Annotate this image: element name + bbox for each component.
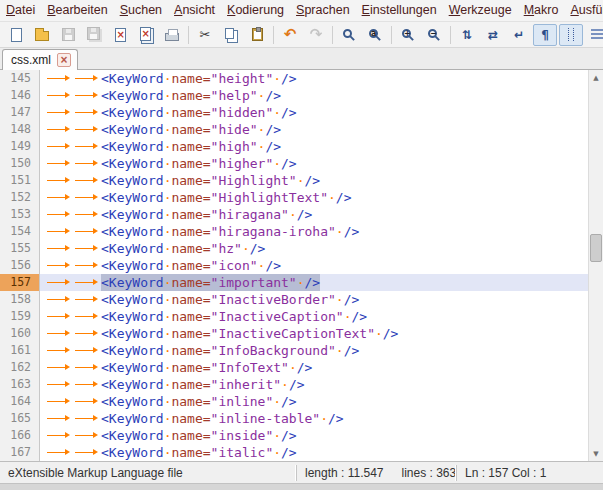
code-line-body: <KeyWord·name="hide"·/> xyxy=(40,121,588,138)
code-line-body: <KeyWord·name="high"·/> xyxy=(40,138,588,155)
save-all-button xyxy=(82,24,106,46)
open-file-button[interactable] xyxy=(30,24,54,46)
code-line-body: <KeyWord·name="italic"·/> xyxy=(40,444,588,461)
function-list-button[interactable] xyxy=(585,24,603,46)
line-number: 166 xyxy=(0,427,40,444)
replace-button[interactable]: a xyxy=(363,24,387,46)
tab-whitespace-icon xyxy=(45,121,73,138)
code-line-167[interactable]: 167<KeyWord·name="italic"·/> xyxy=(0,444,588,461)
code-line-155[interactable]: 155<KeyWord·name="hz"·/> xyxy=(0,240,588,257)
line-number: 151 xyxy=(0,172,40,189)
menu-ausführen[interactable]: Ausführen xyxy=(564,0,603,21)
code-line-166[interactable]: 166<KeyWord·name="inside"·/> xyxy=(0,427,588,444)
toolbar-separator xyxy=(450,26,451,44)
code-text: <KeyWord·name="InfoText"·/> xyxy=(101,359,312,376)
tab-close-icon[interactable]: × xyxy=(57,53,71,67)
code-line-body: <KeyWord·name="inline"·/> xyxy=(40,393,588,410)
toolbar-separator xyxy=(391,26,392,44)
editor[interactable]: 145<KeyWord·name="height"·/>146<KeyWord·… xyxy=(0,70,603,461)
tab-whitespace-icon xyxy=(45,189,73,206)
close-all-button[interactable] xyxy=(134,24,158,46)
find-button[interactable] xyxy=(337,24,361,46)
new-file-button[interactable] xyxy=(4,24,28,46)
line-number: 164 xyxy=(0,393,40,410)
code-line-156[interactable]: 156<KeyWord·name="icon"·/> xyxy=(0,257,588,274)
menu-datei[interactable]: Datei xyxy=(0,0,41,21)
vertical-scrollbar[interactable]: ▲ ▼ xyxy=(588,70,603,461)
menu-suchen[interactable]: Suchen xyxy=(114,0,168,21)
sync-vertical-icon: ⇅ xyxy=(462,29,472,41)
window-bottom-edge xyxy=(0,483,603,490)
code-text: <KeyWord·name="high"·/> xyxy=(101,138,281,155)
editor-lines: 145<KeyWord·name="height"·/>146<KeyWord·… xyxy=(0,70,588,461)
status-lines: lines : 363 xyxy=(402,465,456,481)
tab-whitespace-icon xyxy=(45,87,73,104)
tab-label: css.xml xyxy=(11,53,51,67)
tab-whitespace-icon xyxy=(73,223,101,240)
close-button[interactable] xyxy=(108,24,132,46)
menu-einstellungen[interactable]: Einstellungen xyxy=(356,0,443,21)
word-wrap-button[interactable]: ↵ xyxy=(507,24,531,46)
undo-icon: ↶ xyxy=(284,27,297,42)
code-line-148[interactable]: 148<KeyWord·name="hide"·/> xyxy=(0,121,588,138)
tab-whitespace-icon xyxy=(73,138,101,155)
sync-vertical-button[interactable]: ⇅ xyxy=(455,24,479,46)
tab-whitespace-icon xyxy=(45,376,73,393)
show-indent-guide-button[interactable] xyxy=(559,24,583,46)
code-line-154[interactable]: 154<KeyWord·name="hiragana-iroha"·/> xyxy=(0,223,588,240)
code-line-164[interactable]: 164<KeyWord·name="inline"·/> xyxy=(0,393,588,410)
tab-whitespace-icon xyxy=(73,376,101,393)
tab-whitespace-icon xyxy=(45,410,73,427)
code-line-163[interactable]: 163<KeyWord·name="inherit"·/> xyxy=(0,376,588,393)
scroll-down-icon[interactable]: ▼ xyxy=(589,446,603,461)
zoom-in-icon: + xyxy=(402,29,411,38)
tab-whitespace-icon xyxy=(73,410,101,427)
menu-kodierung[interactable]: Kodierung xyxy=(221,0,290,21)
tab-css-xml[interactable]: css.xml × xyxy=(2,49,78,70)
scrollbar-thumb[interactable] xyxy=(590,234,602,262)
line-number: 165 xyxy=(0,410,40,427)
menu-werkzeuge[interactable]: Werkzeuge xyxy=(443,0,518,21)
code-text: <KeyWord·name="italic"·/> xyxy=(101,444,297,461)
scroll-up-icon[interactable]: ▲ xyxy=(589,70,603,85)
code-line-158[interactable]: 158<KeyWord·name="InactiveBorder"·/> xyxy=(0,291,588,308)
show-all-characters-button[interactable]: ¶ xyxy=(533,24,557,46)
code-line-152[interactable]: 152<KeyWord·name="HighlightText"·/> xyxy=(0,189,588,206)
line-number: 145 xyxy=(0,70,40,87)
print-icon xyxy=(165,33,179,41)
sync-horizontal-button[interactable]: ⇄ xyxy=(481,24,505,46)
code-line-150[interactable]: 150<KeyWord·name="higher"·/> xyxy=(0,155,588,172)
paste-button[interactable] xyxy=(245,24,269,46)
code-line-162[interactable]: 162<KeyWord·name="InfoText"·/> xyxy=(0,359,588,376)
code-line-151[interactable]: 151<KeyWord·name="Highlight"·/> xyxy=(0,172,588,189)
copy-button[interactable] xyxy=(219,24,243,46)
code-line-body: <KeyWord·name="height"·/> xyxy=(40,70,588,87)
menu-sprachen[interactable]: Sprachen xyxy=(290,0,356,21)
code-line-161[interactable]: 161<KeyWord·name="InfoBackground"·/> xyxy=(0,342,588,359)
cut-button[interactable]: ✂ xyxy=(193,24,217,46)
code-line-159[interactable]: 159<KeyWord·name="InactiveCaption"·/> xyxy=(0,308,588,325)
code-line-145[interactable]: 145<KeyWord·name="height"·/> xyxy=(0,70,588,87)
find-icon xyxy=(343,29,352,38)
code-line-153[interactable]: 153<KeyWord·name="hiragana"·/> xyxy=(0,206,588,223)
code-text: <KeyWord·name="icon"·/> xyxy=(101,257,281,274)
menu-ansicht[interactable]: Ansicht xyxy=(168,0,221,21)
menu-makro[interactable]: Makro xyxy=(518,0,565,21)
code-line-157[interactable]: 157<KeyWord·name="important"·/> xyxy=(0,274,588,291)
code-line-160[interactable]: 160<KeyWord·name="InactiveCaptionText"·/… xyxy=(0,325,588,342)
undo-button[interactable]: ↶ xyxy=(278,24,302,46)
zoom-in-button[interactable]: + xyxy=(396,24,420,46)
code-line-body: <KeyWord·name="inherit"·/> xyxy=(40,376,588,393)
code-line-165[interactable]: 165<KeyWord·name="inline-table"·/> xyxy=(0,410,588,427)
toolbar-separator xyxy=(332,26,333,44)
code-line-149[interactable]: 149<KeyWord·name="high"·/> xyxy=(0,138,588,155)
tab-whitespace-icon xyxy=(73,291,101,308)
code-text: <KeyWord·name="help"·/> xyxy=(101,87,281,104)
line-number: 161 xyxy=(0,342,40,359)
code-line-146[interactable]: 146<KeyWord·name="help"·/> xyxy=(0,87,588,104)
print-button[interactable] xyxy=(160,24,184,46)
code-line-147[interactable]: 147<KeyWord·name="hidden"·/> xyxy=(0,104,588,121)
zoom-out-button[interactable]: − xyxy=(422,24,446,46)
code-line-body: <KeyWord·name="InactiveCaptionText"·/> xyxy=(40,325,588,342)
menu-bearbeiten[interactable]: Bearbeiten xyxy=(41,0,113,21)
